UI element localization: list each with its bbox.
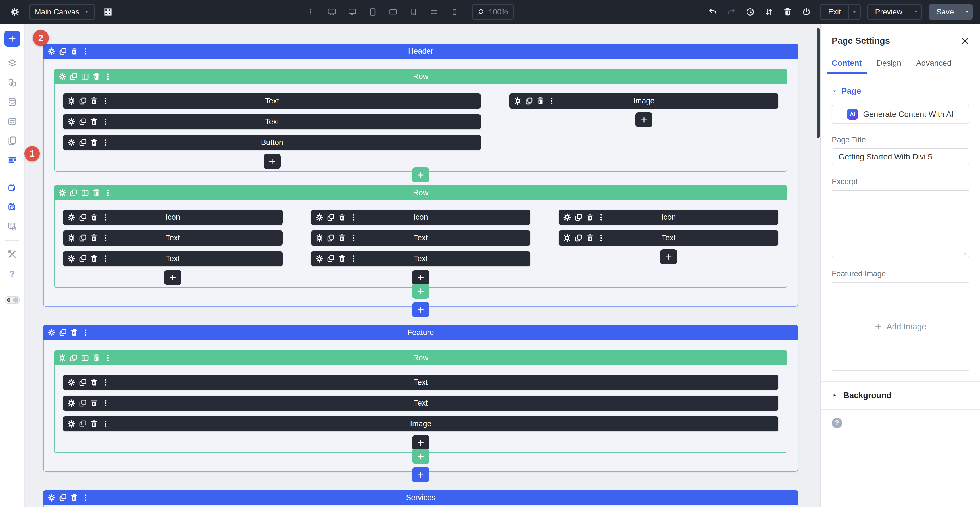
- tab-content[interactable]: Content: [832, 59, 862, 68]
- module-delete-button[interactable]: [338, 214, 346, 221]
- section-delete-button[interactable]: [70, 48, 78, 55]
- module-delete-button[interactable]: [90, 234, 98, 242]
- module-settings-button[interactable]: [68, 214, 75, 221]
- sidebar-item-templates[interactable]: [6, 115, 19, 128]
- row-duplicate-button[interactable]: [70, 189, 78, 197]
- module-options-button[interactable]: [102, 420, 109, 428]
- row-columns-button[interactable]: [81, 73, 89, 80]
- section-delete-button[interactable]: [70, 494, 78, 502]
- add-module-button[interactable]: [412, 435, 429, 450]
- module-settings-button[interactable]: [68, 97, 75, 105]
- row-bar[interactable]: Row: [54, 69, 788, 84]
- module-settings-button[interactable]: [68, 420, 75, 428]
- view-options-button[interactable]: [303, 5, 318, 19]
- sidebar-item-click-mode[interactable]: [6, 181, 19, 195]
- row-duplicate-button[interactable]: [70, 73, 78, 80]
- module-settings-button[interactable]: [68, 118, 75, 126]
- module-settings-button[interactable]: [316, 214, 323, 221]
- device-desktop-large-button[interactable]: [325, 5, 339, 19]
- module-duplicate-button[interactable]: [79, 255, 87, 263]
- row-columns-button[interactable]: [81, 354, 89, 362]
- sidebar-item-tools[interactable]: [6, 248, 19, 261]
- module-settings-button[interactable]: [563, 234, 571, 242]
- module-duplicate-button[interactable]: [79, 97, 87, 105]
- device-phone-button[interactable]: [406, 5, 421, 19]
- row-columns-button[interactable]: [81, 189, 89, 197]
- module-options-button[interactable]: [102, 139, 109, 147]
- module-settings-button[interactable]: [68, 234, 75, 242]
- module-duplicate-button[interactable]: [79, 379, 87, 386]
- undo-button[interactable]: [705, 5, 720, 19]
- sidebar-item-help[interactable]: ?: [6, 267, 19, 280]
- module-options-button[interactable]: [102, 234, 109, 242]
- module-text[interactable]: Text: [63, 114, 481, 129]
- module-duplicate-button[interactable]: [79, 139, 87, 147]
- module-text[interactable]: Text: [559, 231, 778, 246]
- row-duplicate-button[interactable]: [70, 354, 78, 362]
- row-delete-button[interactable]: [92, 73, 100, 80]
- module-options-button[interactable]: [350, 234, 357, 242]
- generate-ai-button[interactable]: AI Generate Content With AI: [832, 105, 969, 124]
- module-delete-button[interactable]: [338, 234, 346, 242]
- module-delete-button[interactable]: [90, 214, 98, 221]
- row-options-button[interactable]: [104, 73, 111, 80]
- section-bar[interactable]: Feature: [43, 325, 798, 340]
- module-options-button[interactable]: [102, 399, 109, 407]
- module-settings-button[interactable]: [68, 255, 75, 263]
- device-desktop-button[interactable]: [345, 5, 360, 19]
- module-icon[interactable]: Icon: [63, 210, 283, 225]
- module-icon[interactable]: Icon: [311, 210, 531, 225]
- module-text[interactable]: Text: [63, 231, 283, 246]
- row-delete-button[interactable]: [92, 189, 100, 197]
- module-settings-button[interactable]: [563, 214, 571, 221]
- section-settings-button[interactable]: [48, 329, 56, 336]
- redo-button[interactable]: [724, 5, 739, 19]
- preview-button[interactable]: Preview: [867, 4, 922, 20]
- section-options-button[interactable]: [82, 494, 89, 502]
- tab-advanced[interactable]: Advanced: [916, 59, 951, 68]
- reorder-button[interactable]: [762, 5, 776, 19]
- exit-button[interactable]: Exit: [820, 4, 861, 20]
- section-duplicate-button[interactable]: [59, 494, 67, 502]
- add-section-button[interactable]: [412, 302, 429, 317]
- add-row-button[interactable]: [412, 284, 429, 299]
- row-bar[interactable]: Row: [54, 185, 788, 200]
- module-text[interactable]: Text: [311, 231, 531, 246]
- module-settings-button[interactable]: [316, 234, 323, 242]
- add-row-button[interactable]: [412, 167, 429, 182]
- row-options-button[interactable]: [104, 189, 111, 197]
- module-image[interactable]: Image: [509, 94, 778, 108]
- builder-mode-toggle[interactable]: [5, 296, 20, 304]
- device-phone-landscape-button[interactable]: [426, 5, 441, 19]
- module-duplicate-button[interactable]: [79, 399, 87, 407]
- portability-button[interactable]: [799, 5, 814, 19]
- module-duplicate-button[interactable]: [327, 214, 335, 221]
- close-icon[interactable]: [961, 37, 969, 45]
- history-button[interactable]: [743, 5, 757, 19]
- row-options-button[interactable]: [104, 354, 111, 362]
- page-group-toggle[interactable]: Page: [832, 86, 969, 96]
- section-duplicate-button[interactable]: [59, 329, 67, 336]
- module-options-button[interactable]: [597, 214, 605, 221]
- canvas-scrollbar[interactable]: [817, 28, 819, 138]
- canvas-selector[interactable]: Main Canvas: [29, 4, 95, 20]
- add-featured-image-button[interactable]: Add Image: [832, 282, 969, 371]
- excerpt-textarea[interactable]: [832, 190, 969, 257]
- background-group-toggle[interactable]: Background: [832, 391, 969, 400]
- module-delete-button[interactable]: [586, 234, 594, 242]
- insert-module-button[interactable]: [4, 31, 20, 46]
- module-delete-button[interactable]: [90, 379, 98, 386]
- add-section-button[interactable]: [412, 467, 429, 482]
- tab-design[interactable]: Design: [877, 59, 901, 68]
- module-duplicate-button[interactable]: [79, 214, 87, 221]
- module-icon[interactable]: Icon: [559, 210, 778, 225]
- row-settings-button[interactable]: [59, 189, 66, 197]
- exit-dropdown[interactable]: [848, 5, 860, 19]
- preview-dropdown[interactable]: [910, 5, 921, 19]
- device-phone-small-button[interactable]: [447, 5, 462, 19]
- add-module-button[interactable]: [412, 270, 429, 285]
- module-duplicate-button[interactable]: [327, 234, 335, 242]
- page-title-input[interactable]: [832, 148, 969, 166]
- module-duplicate-button[interactable]: [79, 118, 87, 126]
- save-button[interactable]: Save: [929, 4, 973, 20]
